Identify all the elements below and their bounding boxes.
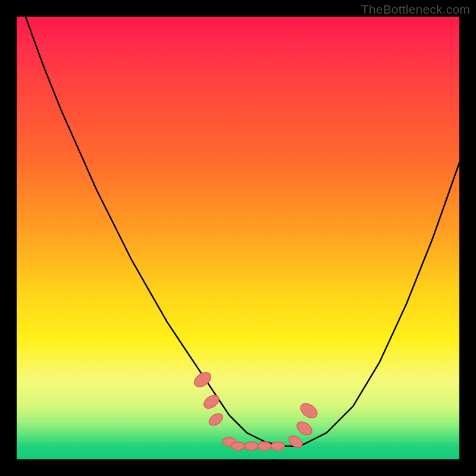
curve-marker	[258, 442, 271, 450]
curve-marker	[207, 411, 225, 428]
curve-marker	[192, 369, 214, 390]
attribution-text: TheBottleneck.com	[361, 2, 470, 17]
curve-marker	[223, 437, 236, 446]
curve-marker	[298, 400, 320, 421]
curve-marker	[295, 419, 314, 437]
curve-marker	[271, 442, 284, 450]
plot-area	[17, 17, 459, 459]
curve-marker	[202, 393, 221, 411]
curve-marker	[231, 442, 245, 450]
curve-marker	[245, 442, 258, 450]
bottleneck-curve	[26, 17, 459, 446]
curve-svg	[17, 17, 459, 459]
curve-marker	[287, 433, 305, 450]
curve-markers	[192, 369, 320, 450]
chart-frame: TheBottleneck.com	[0, 0, 476, 476]
